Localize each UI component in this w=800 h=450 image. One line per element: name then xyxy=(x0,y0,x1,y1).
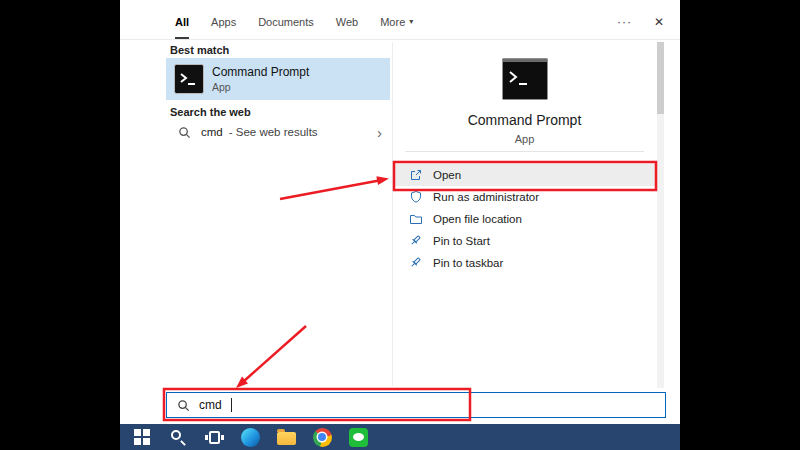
action-file-location-label: Open file location xyxy=(433,213,522,225)
chat-app-button[interactable] xyxy=(346,425,370,449)
action-open[interactable]: Open xyxy=(393,164,656,186)
best-match-heading: Best match xyxy=(170,44,229,56)
action-run-as-administrator[interactable]: Run as administrator xyxy=(393,186,656,208)
tab-more[interactable]: More ▾ xyxy=(380,6,413,39)
edge-icon xyxy=(241,428,260,447)
tab-web-label: Web xyxy=(336,16,358,28)
chrome-icon xyxy=(313,428,332,447)
edge-button[interactable] xyxy=(238,425,262,449)
scrollbar[interactable] xyxy=(657,42,664,388)
detail-subtitle: App xyxy=(393,133,656,145)
chevron-down-icon: ▾ xyxy=(409,17,413,26)
search-icon xyxy=(177,399,190,412)
tab-all-label: All xyxy=(175,16,189,28)
tab-apps[interactable]: Apps xyxy=(211,6,236,39)
task-view-icon xyxy=(209,431,220,444)
best-match-subtitle: App xyxy=(212,81,309,93)
search-icon xyxy=(178,126,191,139)
windows-start-button[interactable] xyxy=(130,425,154,449)
action-pin-start-label: Pin to Start xyxy=(433,235,490,247)
options-button[interactable]: ··· xyxy=(617,15,632,29)
command-prompt-icon xyxy=(174,64,204,94)
search-window: All Apps Documents Web More ▾ ··· ✕ Best… xyxy=(120,0,680,450)
pin-icon xyxy=(409,256,423,270)
detail-title: Command Prompt xyxy=(393,112,656,128)
task-view-button[interactable] xyxy=(202,425,226,449)
tab-more-label: More xyxy=(380,16,405,28)
action-list: Open Run as administrator Open file loca… xyxy=(393,164,656,274)
taskbar-search-button[interactable] xyxy=(166,425,190,449)
action-pin-to-start[interactable]: Pin to Start xyxy=(393,230,656,252)
chat-icon xyxy=(349,428,368,447)
best-match-title: Command Prompt xyxy=(212,65,309,79)
search-tabs-bar: All Apps Documents Web More ▾ ··· ✕ xyxy=(120,6,680,40)
open-icon xyxy=(409,168,423,182)
action-pin-taskbar-label: Pin to taskbar xyxy=(433,257,503,269)
search-web-heading: Search the web xyxy=(170,106,251,118)
chrome-button[interactable] xyxy=(310,425,334,449)
action-pin-to-taskbar[interactable]: Pin to taskbar xyxy=(393,252,656,274)
tab-documents[interactable]: Documents xyxy=(258,6,314,39)
search-input-value: cmd xyxy=(199,398,222,412)
shield-icon xyxy=(409,190,423,204)
search-input[interactable]: cmd xyxy=(166,392,666,418)
web-search-query: cmd xyxy=(201,126,223,138)
scrollbar-thumb[interactable] xyxy=(657,42,664,114)
search-icon xyxy=(171,430,181,440)
action-open-label: Open xyxy=(433,169,461,181)
tab-documents-label: Documents xyxy=(258,16,314,28)
windows-logo-icon xyxy=(134,429,141,436)
chevron-right-icon: › xyxy=(377,125,382,140)
close-button[interactable]: ✕ xyxy=(654,15,664,29)
screen: All Apps Documents Web More ▾ ··· ✕ Best… xyxy=(0,0,800,450)
tabs-actions: ··· ✕ xyxy=(617,6,664,38)
file-explorer-button[interactable] xyxy=(274,425,298,449)
web-search-item[interactable]: cmd - See web results › xyxy=(166,119,390,145)
best-match-item[interactable]: Command Prompt App xyxy=(166,58,390,100)
pin-icon xyxy=(409,234,423,248)
web-search-suffix: - See web results xyxy=(229,126,318,138)
action-run-label: Run as administrator xyxy=(433,191,539,203)
command-prompt-icon-large xyxy=(502,58,548,100)
detail-pane: Command Prompt App Open Run as admin xyxy=(392,42,656,386)
folder-icon xyxy=(409,212,423,226)
best-match-text: Command Prompt App xyxy=(212,65,309,93)
tab-web[interactable]: Web xyxy=(336,6,358,39)
folder-icon xyxy=(277,432,296,445)
tab-apps-label: Apps xyxy=(211,16,236,28)
text-cursor xyxy=(231,398,232,412)
tab-all[interactable]: All xyxy=(175,6,189,39)
taskbar xyxy=(120,424,680,450)
action-open-file-location[interactable]: Open file location xyxy=(393,208,656,230)
divider xyxy=(405,151,644,152)
